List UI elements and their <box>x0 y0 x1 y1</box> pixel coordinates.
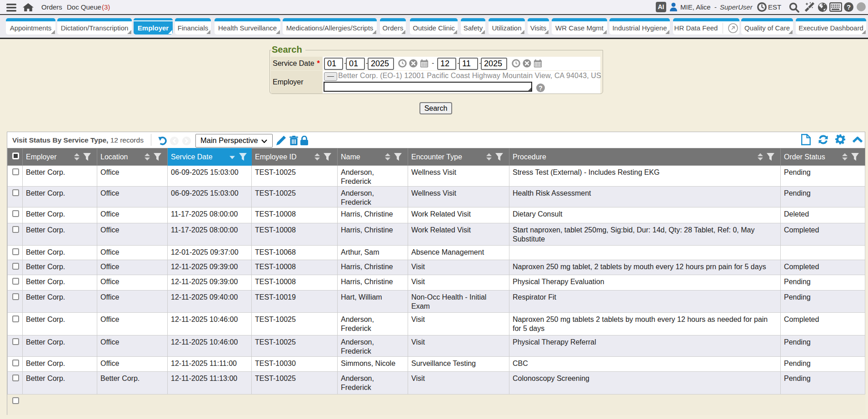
svg-text:?: ? <box>539 84 543 92</box>
svg-text:?: ? <box>847 3 851 11</box>
